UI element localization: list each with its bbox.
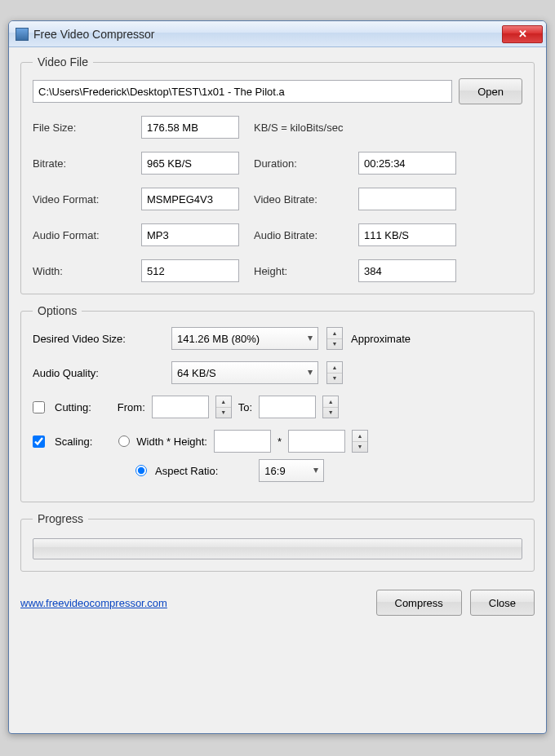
- window-title: Free Video Compressor: [33, 28, 502, 41]
- value-duration: [358, 152, 456, 175]
- chevron-up-icon: ▲: [353, 431, 367, 442]
- label-width-height: Width * Height:: [136, 435, 207, 448]
- label-audio-format: Audio Format:: [33, 229, 127, 241]
- open-button[interactable]: Open: [459, 78, 522, 104]
- chevron-up-icon: ▲: [327, 362, 342, 374]
- desired-size-dropdown[interactable]: 141.26 MB (80%): [171, 327, 318, 350]
- chevron-down-icon: ▼: [216, 408, 231, 418]
- website-link[interactable]: www.freevideocompressor.com: [20, 597, 167, 609]
- chevron-up-icon: ▲: [327, 328, 342, 339]
- label-bitrate: Bitrate:: [33, 157, 127, 170]
- value-audio-bitrate: [358, 223, 456, 246]
- label-approximate: Approximate: [351, 333, 411, 345]
- close-button[interactable]: Close: [470, 590, 535, 616]
- scaling-checkbox[interactable]: [33, 435, 45, 448]
- label-scaling: Scaling:: [55, 435, 92, 448]
- chevron-up-icon: ▲: [216, 396, 231, 408]
- value-file-size: [141, 116, 239, 139]
- compress-button[interactable]: Compress: [376, 590, 462, 616]
- options-legend: Options: [33, 304, 82, 317]
- value-audio-format: [141, 223, 239, 246]
- label-from: From:: [118, 401, 145, 413]
- aspect-ratio-value: 16:9: [264, 465, 285, 477]
- label-aspect-ratio: Aspect Ratio:: [155, 465, 218, 477]
- scale-height-stepper[interactable]: ▲▼: [352, 430, 368, 453]
- chevron-down-icon: ▼: [353, 442, 367, 453]
- chevron-down-icon: ▼: [323, 408, 338, 418]
- kbps-note: KB/S = kiloBits/sec: [254, 122, 456, 134]
- titlebar: Free Video Compressor ✕: [9, 21, 546, 47]
- cutting-to-stepper[interactable]: ▲▼: [322, 396, 339, 418]
- cutting-from-stepper[interactable]: ▲▼: [215, 396, 232, 418]
- audio-quality-dropdown[interactable]: 64 KB/S: [171, 361, 318, 384]
- desired-size-stepper[interactable]: ▲▼: [326, 327, 343, 350]
- progress-legend: Progress: [33, 512, 88, 525]
- footer: www.freevideocompressor.com Compress Clo…: [9, 590, 546, 624]
- value-bitrate: [141, 152, 239, 175]
- scaling-wh-radio[interactable]: [118, 435, 130, 447]
- file-path-input[interactable]: [33, 80, 452, 103]
- value-width: [141, 259, 239, 282]
- cutting-checkbox[interactable]: [33, 401, 45, 413]
- aspect-ratio-dropdown[interactable]: 16:9: [259, 459, 324, 482]
- scale-width-input[interactable]: [214, 430, 271, 453]
- label-duration: Duration:: [254, 157, 344, 170]
- label-video-bitrate: Video Bitrate:: [254, 193, 344, 206]
- scaling-aspect-radio[interactable]: [135, 465, 147, 476]
- desired-size-value: 141.26 MB (80%): [177, 333, 260, 345]
- label-height: Height:: [254, 265, 344, 277]
- label-audio-quality: Audio Quality:: [33, 367, 163, 379]
- progress-bar: [33, 538, 522, 559]
- value-height: [358, 259, 456, 282]
- app-window: Free Video Compressor ✕ Video File Open …: [8, 20, 547, 734]
- label-to: To:: [238, 401, 252, 413]
- label-times: *: [278, 435, 282, 448]
- label-desired-size: Desired Video Size:: [33, 333, 163, 345]
- app-icon: [16, 28, 29, 41]
- close-icon: ✕: [518, 28, 527, 40]
- window-close-button[interactable]: ✕: [502, 25, 543, 43]
- cutting-from-input[interactable]: [152, 396, 209, 418]
- audio-quality-value: 64 KB/S: [177, 367, 216, 379]
- label-cutting: Cutting:: [55, 401, 91, 413]
- chevron-down-icon: ▼: [327, 339, 342, 350]
- cutting-to-input[interactable]: [259, 396, 316, 418]
- value-video-format: [141, 188, 239, 210]
- progress-group: Progress: [20, 512, 535, 572]
- label-audio-bitrate: Audio Bitrate:: [254, 229, 344, 241]
- label-file-size: File Size:: [33, 122, 127, 134]
- value-video-bitrate: [358, 188, 456, 210]
- options-group: Options Desired Video Size: 141.26 MB (8…: [20, 304, 535, 502]
- video-file-legend: Video File: [33, 55, 93, 69]
- video-file-group: Video File Open File Size: KB/S = kiloBi…: [20, 55, 535, 294]
- label-width: Width:: [33, 265, 127, 277]
- audio-quality-stepper[interactable]: ▲▼: [326, 361, 343, 384]
- scale-height-input[interactable]: [288, 430, 345, 453]
- chevron-up-icon: ▲: [323, 396, 338, 408]
- chevron-down-icon: ▼: [327, 374, 342, 384]
- label-video-format: Video Format:: [33, 193, 127, 206]
- client-area: Video File Open File Size: KB/S = kiloBi…: [9, 47, 546, 590]
